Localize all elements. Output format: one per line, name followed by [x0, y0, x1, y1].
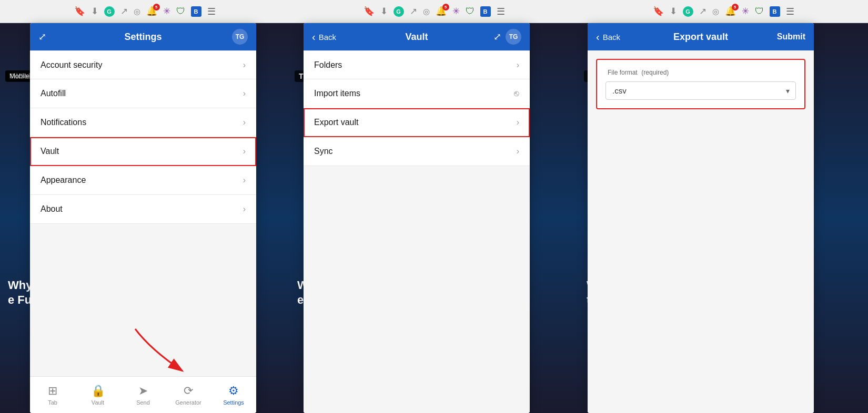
appearance-item[interactable]: Appearance › [30, 166, 256, 195]
download-icon-2[interactable]: ⬇ [380, 6, 388, 17]
export-form: File format (required) .csv .json .encry… [588, 50, 814, 413]
chevron-right-icon-8: › [517, 118, 519, 127]
account-security-item[interactable]: Account security › [30, 50, 256, 79]
grammarly-icon[interactable]: G [104, 6, 115, 17]
browser-toolbar-2: 🔖 ⬇ G ↗ ◎ 🔔 5 ✳ 🛡 B ☰ [364, 6, 505, 17]
share-icon-2[interactable]: ↗ [410, 6, 417, 17]
vault-title: Vault [344, 32, 490, 43]
back-chevron-icon: ‹ [312, 31, 316, 43]
notifications-label: Notifications [41, 118, 86, 127]
send-label: Send [136, 399, 150, 406]
generator-icon: ⟳ [184, 384, 193, 398]
settings-panel: ⤢ Settings TG Account security › Autofil… [30, 23, 256, 413]
share-icon-3[interactable]: ↗ [699, 6, 706, 17]
pocket-icon-2[interactable]: 🔖 [364, 6, 375, 17]
vault-nav-label: Vault [92, 399, 104, 406]
nav-tab[interactable]: ⊞ Tab [37, 384, 68, 406]
user-avatar-2[interactable]: TG [506, 29, 521, 45]
chevron-right-icon-2: › [243, 89, 246, 98]
vault-menu: Folders › Import items ⎋ Export vault › … [304, 50, 530, 413]
file-format-select[interactable]: .csv .json .encrypted json [605, 81, 796, 100]
export-vault-title: Export vault [628, 32, 774, 43]
chevron-right-icon-9: › [517, 147, 519, 156]
asterisk-icon-2[interactable]: ✳ [452, 6, 460, 17]
bitwarden-icon[interactable]: B [191, 6, 201, 17]
radar-icon-2[interactable]: ◎ [423, 7, 430, 16]
popup-icon[interactable]: ⤢ [38, 31, 46, 43]
notification-badge-icon-2[interactable]: 🔔 5 [436, 6, 447, 17]
pocket-icon[interactable]: 🔖 [74, 6, 85, 17]
download-icon[interactable]: ⬇ [91, 6, 98, 17]
tab-label: Tab [48, 399, 57, 406]
user-avatar[interactable]: TG [232, 29, 248, 45]
grammarly-icon-2[interactable]: G [393, 6, 404, 17]
autofill-label: Autofill [41, 89, 66, 98]
nav-vault[interactable]: 🔒 Vault [82, 384, 114, 406]
back-button[interactable]: ‹ Back [312, 31, 344, 43]
browser-toolbar-3: 🔖 ⬇ G ↗ ◎ 🔔 5 ✳ 🛡 B ☰ [653, 6, 794, 17]
sync-label: Sync [314, 147, 333, 156]
settings-title: Settings [70, 32, 216, 43]
about-item[interactable]: About › [30, 195, 256, 224]
export-vault-item[interactable]: Export vault › [304, 108, 530, 137]
account-security-label: Account security [41, 60, 102, 70]
pocket-icon-3[interactable]: 🔖 [653, 6, 664, 17]
generator-label: Generator [175, 399, 201, 406]
import-items-item[interactable]: Import items ⎋ [304, 79, 530, 108]
asterisk-icon[interactable]: ✳ [163, 6, 170, 17]
folders-item[interactable]: Folders › [304, 50, 530, 79]
back-chevron-icon-2: ‹ [596, 31, 600, 43]
about-label: About [41, 204, 63, 214]
settings-menu: Account security › Autofill › Notificati… [30, 50, 256, 376]
chevron-right-icon-6: › [243, 204, 246, 214]
settings-header: ⤢ Settings TG [30, 23, 256, 50]
nav-send[interactable]: ➤ Send [127, 384, 159, 406]
import-items-label: Import items [314, 89, 360, 98]
chevron-right-icon-4: › [243, 147, 246, 156]
chevron-right-icon-5: › [243, 175, 246, 185]
hamburger-icon[interactable]: ☰ [207, 6, 216, 17]
back-label-2: Back [603, 33, 620, 42]
vault-panel: ‹ Back Vault ⤢ TG Folders › Import items… [304, 23, 530, 413]
notification-badge-icon[interactable]: 🔔 5 [146, 6, 157, 17]
bitwarden-icon-3[interactable]: B [770, 6, 780, 17]
share-icon[interactable]: ↗ [120, 6, 128, 17]
settings-icon: ⚙ [228, 384, 239, 398]
back-label: Back [319, 33, 336, 42]
vault-nav-icon: 🔒 [91, 384, 105, 398]
appearance-label: Appearance [41, 175, 86, 185]
radar-icon[interactable]: ◎ [134, 7, 140, 16]
vault-item[interactable]: Vault › [30, 137, 256, 166]
send-icon: ➤ [138, 384, 148, 398]
shield-icon-3[interactable]: 🛡 [755, 6, 764, 17]
vault-header: ‹ Back Vault ⤢ TG [304, 23, 530, 50]
radar-icon-3[interactable]: ◎ [712, 7, 719, 16]
export-vault-header: ‹ Back Export vault Submit [588, 23, 814, 50]
autofill-item[interactable]: Autofill › [30, 79, 256, 108]
tab-icon: ⊞ [48, 384, 57, 398]
chevron-right-icon-7: › [517, 60, 519, 70]
bitwarden-icon-2[interactable]: B [480, 6, 491, 17]
chevron-right-icon: › [243, 60, 246, 70]
back-button-2[interactable]: ‹ Back [596, 31, 628, 43]
shield-icon-2[interactable]: 🛡 [466, 6, 475, 17]
file-format-section: File format (required) .csv .json .encry… [596, 59, 805, 109]
import-icon: ⎋ [514, 89, 519, 98]
nav-settings[interactable]: ⚙ Settings [218, 384, 249, 406]
bottom-nav: ⊞ Tab 🔒 Vault ➤ Send ⟳ Generator ⚙ Setti… [30, 376, 256, 413]
shield-icon[interactable]: 🛡 [176, 6, 185, 17]
notifications-item[interactable]: Notifications › [30, 108, 256, 137]
submit-button[interactable]: Submit [777, 32, 805, 42]
chevron-right-icon-3: › [243, 118, 246, 127]
popup-icon-2[interactable]: ⤢ [493, 31, 501, 43]
vault-label: Vault [41, 147, 59, 156]
asterisk-icon-3[interactable]: ✳ [742, 6, 749, 17]
download-icon-3[interactable]: ⬇ [670, 6, 677, 17]
grammarly-icon-3[interactable]: G [683, 6, 693, 17]
notification-badge-icon-3[interactable]: 🔔 5 [725, 6, 736, 17]
nav-generator[interactable]: ⟳ Generator [173, 384, 204, 406]
sync-item[interactable]: Sync › [304, 137, 530, 166]
hamburger-icon-2[interactable]: ☰ [497, 6, 505, 17]
file-format-label: File format (required) [605, 68, 796, 76]
hamburger-icon-3[interactable]: ☰ [786, 6, 794, 17]
